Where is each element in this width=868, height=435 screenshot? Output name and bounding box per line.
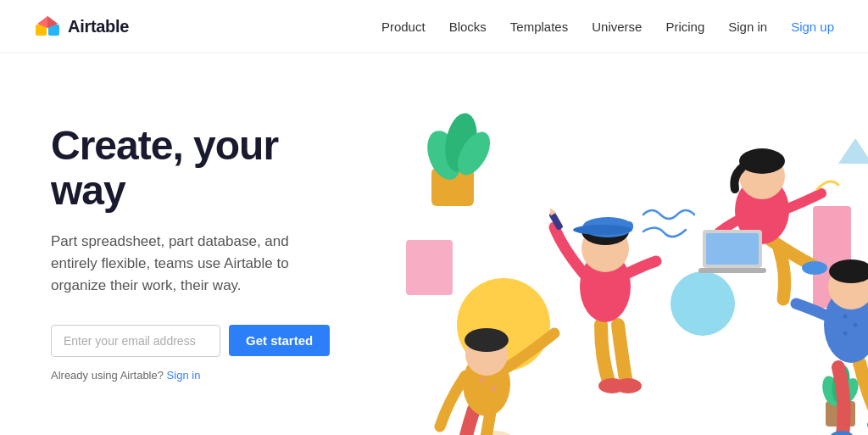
svg-point-47 bbox=[843, 332, 848, 336]
get-started-button[interactable]: Get started bbox=[229, 325, 330, 356]
svg-point-10 bbox=[670, 271, 735, 336]
svg-point-35 bbox=[802, 261, 827, 275]
svg-point-20 bbox=[465, 328, 509, 352]
hero-headline: Create, your way bbox=[51, 124, 330, 214]
svg-rect-4 bbox=[406, 240, 453, 295]
svg-point-21 bbox=[480, 377, 485, 382]
signin-note-link[interactable]: Sign in bbox=[167, 369, 201, 382]
svg-point-22 bbox=[491, 386, 496, 391]
hero-subheadline: Part spreadsheet, part database, and ent… bbox=[51, 231, 330, 298]
svg-rect-38 bbox=[706, 233, 759, 265]
email-input[interactable] bbox=[51, 325, 220, 357]
airtable-logo-icon bbox=[34, 13, 61, 40]
nav-item-pricing[interactable]: Pricing bbox=[665, 20, 704, 34]
logo[interactable]: Airtable bbox=[34, 13, 129, 40]
main-nav: Product Blocks Templates Universe Pricin… bbox=[381, 20, 834, 34]
signup-link[interactable]: Sign up bbox=[791, 20, 834, 34]
signin-link[interactable]: Sign in bbox=[728, 20, 767, 34]
svg-point-26 bbox=[615, 378, 642, 393]
svg-point-42 bbox=[830, 431, 854, 435]
main-content: Create, your way Part spreadsheet, part … bbox=[0, 53, 868, 435]
cta-row: Get started bbox=[51, 325, 330, 357]
hero-illustration-panel bbox=[364, 53, 868, 435]
nav-item-universe[interactable]: Universe bbox=[592, 20, 642, 34]
svg-point-46 bbox=[854, 323, 858, 327]
svg-rect-39 bbox=[698, 268, 766, 273]
svg-marker-12 bbox=[838, 138, 868, 164]
hero-illustration bbox=[364, 53, 868, 435]
nav-item-blocks[interactable]: Blocks bbox=[449, 20, 487, 34]
svg-point-34 bbox=[573, 225, 632, 235]
nav-item-product[interactable]: Product bbox=[381, 20, 426, 34]
signin-note-prefix: Already using Airtable? bbox=[51, 369, 164, 382]
hero-left: Create, your way Part spreadsheet, part … bbox=[0, 53, 364, 435]
svg-point-17 bbox=[474, 431, 516, 435]
signin-note: Already using Airtable? Sign in bbox=[51, 369, 330, 382]
site-header: Airtable Product Blocks Templates Univer… bbox=[0, 0, 868, 53]
svg-point-41 bbox=[739, 148, 785, 174]
logo-text: Airtable bbox=[68, 17, 129, 36]
nav-item-templates[interactable]: Templates bbox=[510, 20, 568, 34]
svg-point-45 bbox=[843, 315, 848, 319]
